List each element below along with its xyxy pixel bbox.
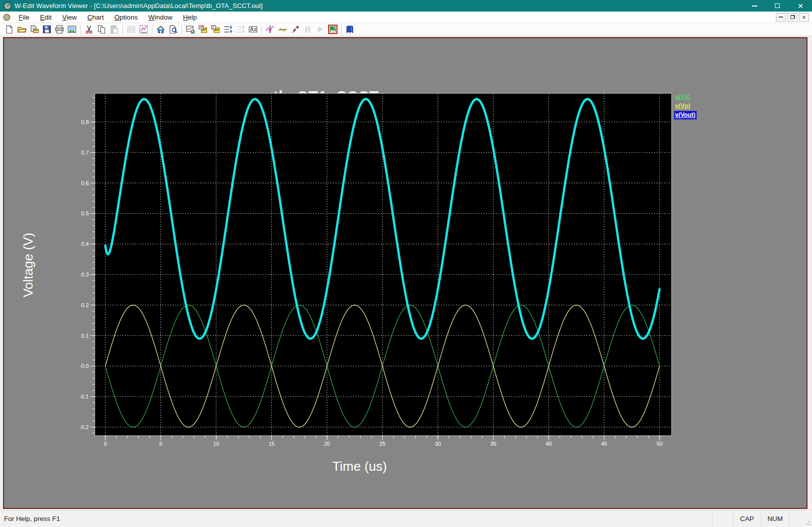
toolbar: fA	[0, 23, 812, 36]
chart-options-icon	[186, 25, 195, 34]
menu-options[interactable]: Options	[110, 13, 142, 22]
paste-icon	[109, 25, 119, 34]
svg-text:0.6: 0.6	[81, 180, 89, 186]
help-button[interactable]	[344, 24, 356, 36]
svg-text:15: 15	[268, 441, 274, 447]
menu-file[interactable]: File	[15, 13, 34, 22]
x-axis-title: Time (us)	[309, 459, 410, 474]
caps-lock-indicator: CAP	[733, 510, 761, 527]
close-icon: ×	[797, 1, 803, 11]
vertical-cursor-icon	[265, 25, 275, 34]
status-bar: For Help, press F1 CAP NUM	[0, 510, 812, 527]
svg-text:A: A	[250, 27, 254, 32]
svg-text:0.1: 0.1	[81, 333, 89, 339]
chart-window-button[interactable]	[137, 24, 150, 36]
capture-image-button[interactable]	[327, 24, 339, 36]
svg-text:0.4: 0.4	[81, 241, 89, 247]
home-view-button[interactable]	[154, 24, 167, 36]
trace-legend: v(Vn)v(Vp)v(Vout)	[674, 93, 697, 119]
mdi-close-button[interactable]: ×	[799, 13, 809, 22]
close-button[interactable]: ×	[789, 0, 812, 12]
copy-icon	[97, 25, 106, 34]
run-simulation-icon	[315, 25, 325, 34]
svg-text:0: 0	[104, 441, 107, 447]
point-cursor-icon	[290, 25, 300, 34]
copy-button[interactable]	[95, 24, 108, 36]
menu-view[interactable]: View	[58, 13, 81, 22]
menu-bar: FileEditViewChartOptionsWindowHelp ×	[0, 12, 812, 23]
legend-item-vvp[interactable]: v(Vp)	[674, 102, 697, 110]
chart-window-icon	[139, 25, 148, 34]
menu-edit[interactable]: Edit	[36, 13, 56, 22]
num-lock-indicator: NUM	[761, 510, 789, 527]
print-preview-button[interactable]	[66, 24, 78, 36]
svg-text:0.2: 0.2	[81, 302, 89, 308]
new-button[interactable]	[3, 24, 16, 36]
expand-traces-button[interactable]	[222, 24, 234, 36]
expand-traces-icon	[223, 25, 233, 34]
toolbar-separator	[152, 25, 152, 34]
status-cell-blank	[713, 510, 733, 527]
svg-text:0.7: 0.7	[81, 150, 89, 156]
maximize-button[interactable]	[766, 0, 789, 12]
app-window: W-Edit Waveform Viewer - [C:\Users\admin…	[0, 0, 812, 527]
paste-button	[108, 24, 120, 36]
horizontal-cursor-button[interactable]	[276, 24, 289, 36]
svg-text:40: 40	[546, 441, 552, 447]
resize-grip-icon[interactable]	[804, 519, 810, 525]
svg-text:45: 45	[601, 441, 607, 447]
title-bar: W-Edit Waveform Viewer - [C:\Users\admin…	[0, 0, 812, 12]
mdi-restore-button[interactable]	[787, 13, 797, 22]
open-output-button[interactable]	[28, 24, 41, 36]
home-view-icon	[156, 25, 166, 34]
save-button[interactable]	[41, 24, 53, 36]
menu-help[interactable]: Help	[179, 13, 201, 22]
axis-label-icon: A	[248, 25, 258, 34]
waveform-plot[interactable]: 051015202530354045500.80.70.60.50.40.30.…	[78, 88, 675, 453]
open-button[interactable]	[16, 24, 28, 36]
document-logo-icon	[3, 14, 11, 21]
svg-text:50: 50	[657, 441, 663, 447]
mdi-window-buttons: ×	[776, 13, 809, 22]
print-preview-icon	[67, 25, 77, 34]
minimize-icon	[752, 6, 757, 7]
fft-chart-button[interactable]: f	[209, 24, 222, 36]
window-title: W-Edit Waveform Viewer - [C:\Users\admin…	[15, 2, 263, 10]
waveform-document-window: tb_OTA_SCCT Voltage (V) Time (us) 051015…	[3, 37, 807, 509]
new-icon	[5, 25, 14, 34]
fft-chart-icon: f	[211, 25, 220, 34]
axis-label-button[interactable]: A	[247, 24, 259, 36]
svg-text:0.5: 0.5	[81, 210, 89, 216]
svg-text:-0.0: -0.0	[79, 363, 89, 369]
new-chart-button[interactable]	[197, 24, 209, 36]
open-icon	[17, 25, 27, 34]
svg-text:25: 25	[379, 441, 385, 447]
cut-button[interactable]	[83, 24, 95, 36]
legend-item-vvout[interactable]: v(Vout)	[674, 111, 697, 119]
open-output-icon	[30, 25, 39, 34]
run-simulation-button	[314, 24, 327, 36]
chart-options-button[interactable]	[184, 24, 197, 36]
zoom-view-icon	[169, 25, 178, 34]
toolbar-separator	[341, 25, 342, 34]
save-icon	[42, 25, 52, 34]
tile-rows-icon	[126, 25, 136, 34]
legend-item-vvn[interactable]: v(Vn)	[674, 93, 697, 101]
toolbar-separator	[261, 25, 262, 34]
status-cell-grip	[789, 510, 812, 527]
svg-text:30: 30	[435, 441, 441, 447]
menu-window[interactable]: Window	[144, 13, 177, 22]
capture-image-icon	[328, 25, 338, 34]
mdi-minimize-button[interactable]	[776, 13, 786, 22]
print-button[interactable]	[53, 24, 66, 36]
pause-simulation-button	[301, 24, 314, 36]
minimize-button[interactable]	[743, 0, 766, 12]
menu-chart[interactable]: Chart	[83, 13, 108, 22]
svg-text:10: 10	[213, 441, 219, 447]
mdi-restore-icon	[790, 15, 795, 19]
vertical-cursor-button[interactable]	[264, 24, 276, 36]
point-cursor-button[interactable]	[289, 24, 301, 36]
zoom-view-button[interactable]	[167, 24, 180, 36]
app-logo-icon	[4, 2, 12, 10]
help-icon	[345, 25, 355, 34]
